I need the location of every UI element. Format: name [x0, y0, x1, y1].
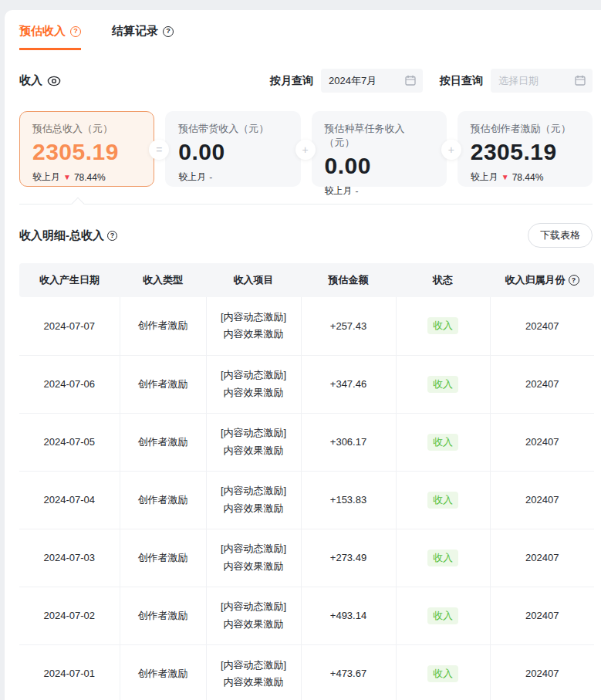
status-cell: 收入: [396, 413, 490, 471]
col-header-date: 收入产生日期: [19, 263, 120, 297]
operator-plus-icon: +: [441, 140, 461, 160]
compare-value: -: [356, 186, 359, 197]
col-header-month: 收入归属月份 ?: [490, 263, 594, 297]
status-cell: 收入: [396, 644, 490, 700]
filter-row: 收入 按月查询: [19, 69, 593, 93]
query-filters: 按月查询 按日查询: [270, 69, 593, 93]
status-badge: 收入: [427, 550, 458, 566]
amount-cell: +257.43: [301, 297, 396, 355]
date-cell: 2024-07-07: [19, 297, 120, 355]
stat-cards: 预估总收入（元） 2305.19 较上月 ▼ 78.44% = 预估带货收入（元…: [19, 111, 593, 187]
status-cell: 收入: [396, 587, 490, 644]
table-row: 2024-07-06 创作者激励 [内容动态激励]内容效果激励 +347.46 …: [19, 355, 594, 413]
tab-settlement-records[interactable]: 结算记录 ?: [112, 24, 174, 50]
project-cell: [内容动态激励]内容效果激励: [206, 644, 301, 700]
stat-card-total-income[interactable]: 预估总收入（元） 2305.19 较上月 ▼ 78.44% =: [19, 111, 154, 187]
help-icon[interactable]: ?: [163, 26, 174, 37]
stat-card-seeding-task-income[interactable]: 预估种草任务收入（元） 0.00 较上月 - +: [312, 111, 447, 187]
col-header-type: 收入类型: [120, 263, 206, 297]
amount-cell: +473.67: [301, 644, 396, 700]
eye-icon[interactable]: [47, 76, 61, 86]
col-header-month-label: 收入归属月份: [505, 273, 566, 287]
table-row: 2024-07-03 创作者激励 [内容动态激励]内容效果激励 +273.49 …: [19, 529, 594, 587]
divider-caret: [72, 198, 85, 211]
col-header-project: 收入项目: [206, 263, 301, 297]
card-value: 0.00: [325, 153, 434, 179]
detail-title-text: 收入明细-总收入: [19, 228, 104, 243]
amount-cell: +347.46: [301, 355, 396, 413]
table-row: 2024-07-05 创作者激励 [内容动态激励]内容效果激励 +306.17 …: [19, 413, 594, 471]
table-row: 2024-07-04 创作者激励 [内容动态激励]内容效果激励 +153.83 …: [19, 471, 594, 529]
calendar-icon[interactable]: [405, 75, 416, 86]
compare-value: 78.44%: [74, 172, 106, 183]
compare-value: 78.44%: [512, 172, 544, 183]
status-badge: 收入: [427, 607, 458, 624]
amount-cell: +273.49: [301, 529, 396, 587]
tab-bar: 预估收入 ? 结算记录 ?: [5, 10, 601, 50]
col-header-status: 状态: [396, 263, 490, 297]
card-compare: 较上月 ▼ 78.44%: [32, 171, 141, 184]
project-cell: [内容动态激励]内容效果激励: [206, 587, 301, 644]
table-row: 2024-07-02 创作者激励 [内容动态激励]内容效果激励 +493.14 …: [19, 587, 594, 644]
main-panel: 预估收入 ? 结算记录 ? 收入 按月查询: [5, 10, 601, 700]
stat-card-creator-incentive[interactable]: 预估创作者激励（元） 2305.19 较上月 ▼ 78.44%: [458, 111, 593, 187]
month-cell: 202407: [490, 529, 594, 587]
card-compare: 较上月 -: [325, 184, 434, 198]
card-title: 预估创作者激励（元）: [471, 122, 579, 136]
day-picker: [491, 69, 593, 93]
detail-header-row: 收入明细-总收入 ? 下载表格: [19, 223, 593, 248]
month-cell: 202407: [490, 644, 594, 700]
status-badge: 收入: [427, 434, 458, 451]
status-cell: 收入: [396, 355, 490, 413]
month-cell: 202407: [490, 413, 594, 471]
calendar-icon[interactable]: [575, 75, 586, 86]
help-icon[interactable]: ?: [70, 26, 81, 37]
table-row: 2024-07-07 创作者激励 [内容动态激励]内容效果激励 +257.43 …: [19, 297, 594, 355]
compare-label: 较上月: [325, 184, 353, 198]
card-value: 0.00: [178, 139, 287, 165]
card-title: 预估带货收入（元）: [178, 122, 287, 136]
tab-estimated-income[interactable]: 预估收入 ?: [19, 24, 81, 50]
compare-label: 较上月: [178, 171, 206, 184]
date-cell: 2024-07-01: [19, 644, 120, 700]
amount-cell: +153.83: [301, 471, 396, 529]
card-value: 2305.19: [471, 139, 579, 165]
detail-title: 收入明细-总收入 ?: [19, 228, 117, 243]
card-title: 预估总收入（元）: [32, 122, 141, 136]
compare-label: 较上月: [471, 171, 498, 184]
amount-cell: +306.17: [301, 413, 396, 471]
income-label: 收入: [19, 73, 42, 88]
operator-plus-icon: +: [295, 140, 316, 160]
table-row: 2024-07-01 创作者激励 [内容动态激励]内容效果激励 +473.67 …: [19, 644, 594, 700]
download-table-button[interactable]: 下载表格: [528, 223, 593, 248]
date-cell: 2024-07-02: [19, 587, 120, 644]
help-icon[interactable]: ?: [569, 275, 579, 286]
project-cell: [内容动态激励]内容效果激励: [206, 471, 301, 529]
type-cell: 创作者激励: [120, 587, 206, 644]
month-cell: 202407: [490, 587, 594, 644]
stat-card-goods-income[interactable]: 预估带货收入（元） 0.00 较上月 - +: [165, 111, 300, 187]
project-cell: [内容动态激励]内容效果激励: [206, 529, 301, 587]
status-cell: 收入: [396, 529, 490, 587]
card-value: 2305.19: [32, 139, 141, 165]
type-cell: 创作者激励: [120, 471, 206, 529]
card-compare: 较上月 -: [178, 171, 287, 184]
card-compare: 较上月 ▼ 78.44%: [471, 171, 579, 184]
project-cell: [内容动态激励]内容效果激励: [206, 355, 301, 413]
col-header-amount: 预估金额: [301, 263, 396, 297]
month-picker: [321, 69, 423, 93]
type-cell: 创作者激励: [120, 413, 206, 471]
date-cell: 2024-07-03: [19, 529, 120, 587]
help-icon[interactable]: ?: [107, 231, 117, 241]
date-cell: 2024-07-04: [19, 471, 120, 529]
status-badge: 收入: [427, 317, 458, 334]
table-header-row: 收入产生日期 收入类型 收入项目 预估金额 状态 收入归属月份 ?: [19, 263, 594, 297]
month-cell: 202407: [490, 297, 594, 355]
project-cell: [内容动态激励]内容效果激励: [206, 297, 301, 355]
type-cell: 创作者激励: [120, 529, 206, 587]
month-cell: 202407: [490, 471, 594, 529]
day-query-label: 按日查询: [440, 74, 483, 88]
status-cell: 收入: [396, 471, 490, 529]
amount-cell: +493.14: [301, 587, 396, 644]
compare-label: 较上月: [32, 171, 60, 184]
